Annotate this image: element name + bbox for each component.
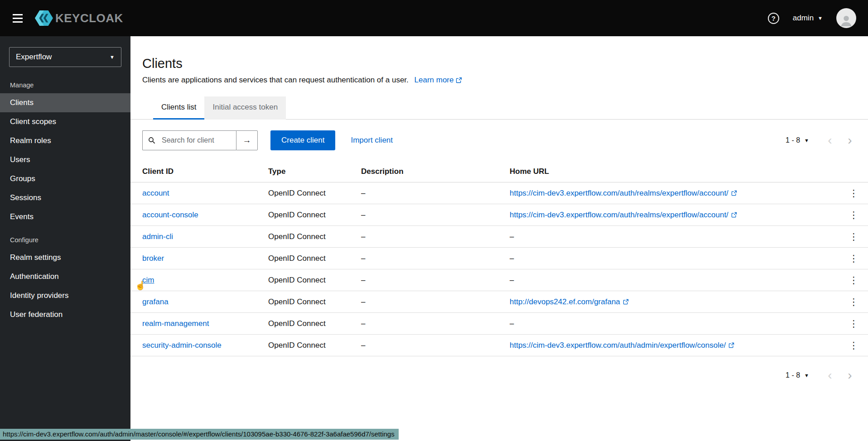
client-type: OpenID Connect (261, 269, 354, 291)
client-id-link[interactable]: admin-cli (142, 232, 173, 241)
sidebar-item-identity-providers[interactable]: Identity providers (0, 286, 130, 305)
nav-group-manage: Manage (0, 72, 130, 93)
create-client-button[interactable]: Create client (270, 130, 335, 150)
client-id-link[interactable]: security-admin-console (142, 341, 222, 350)
sidebar: Expertflow ▼ Manage Clients Client scope… (0, 36, 130, 441)
table-row: grafana OpenID Connect – http://devops24… (130, 291, 868, 313)
chevron-down-icon: ▼ (804, 138, 809, 143)
avatar[interactable] (836, 8, 856, 28)
client-type: OpenID Connect (261, 335, 354, 356)
client-home-url: – (502, 269, 839, 291)
client-home-url-link[interactable]: https://cim-dev3.expertflow.com/auth/adm… (510, 341, 734, 350)
clients-table: Client ID Type Description Home URL acco… (130, 161, 868, 356)
pagination-dropdown[interactable]: 1 - 8 ▼ (786, 136, 809, 144)
client-type: OpenID Connect (261, 226, 354, 248)
realm-selector[interactable]: Expertflow ▼ (9, 47, 121, 67)
pagination-dropdown[interactable]: 1 - 8 ▼ (786, 371, 809, 379)
sidebar-item-realm-settings[interactable]: Realm settings (0, 248, 130, 267)
column-header-description: Description (354, 161, 502, 182)
realm-name: Expertflow (16, 53, 52, 62)
kebab-menu-button[interactable]: ⋮ (846, 231, 862, 242)
kebab-menu-button[interactable]: ⋮ (846, 209, 862, 220)
client-home-url: – (502, 248, 839, 269)
column-header-client-id: Client ID (130, 161, 261, 182)
next-page-button[interactable]: › (840, 134, 860, 147)
sidebar-item-groups[interactable]: Groups (0, 169, 130, 188)
page-subtitle: Clients are applications and services th… (142, 76, 856, 85)
status-url-tooltip: https://cim-dev3.expertflow.com/auth/adm… (0, 429, 399, 440)
client-type: OpenID Connect (261, 313, 354, 335)
kebab-menu-button[interactable]: ⋮ (846, 253, 862, 264)
client-home-url: – (502, 226, 839, 248)
prev-page-button[interactable]: ‹ (820, 134, 840, 147)
client-type: OpenID Connect (261, 291, 354, 313)
table-row: security-admin-console OpenID Connect – … (130, 335, 868, 356)
hamburger-menu-button[interactable] (9, 10, 26, 26)
user-icon (839, 14, 854, 28)
prev-page-button[interactable]: ‹ (820, 369, 840, 382)
tab-initial-access-token[interactable]: Initial access token (204, 96, 286, 120)
help-icon[interactable]: ? (768, 13, 779, 24)
sidebar-item-authentication[interactable]: Authentication (0, 267, 130, 286)
sidebar-item-clients[interactable]: Clients (0, 93, 130, 112)
tab-bar: Clients list Initial access token (130, 96, 868, 120)
table-row: account OpenID Connect – https://cim-dev… (130, 182, 868, 204)
kebab-menu-button[interactable]: ⋮ (846, 340, 862, 351)
search-input[interactable] (142, 130, 236, 150)
search-submit-button[interactable]: → (236, 130, 258, 150)
table-row: admin-cli OpenID Connect – – ⋮ (130, 226, 868, 248)
client-id-link[interactable]: account-console (142, 211, 198, 219)
client-description: – (354, 204, 502, 226)
client-home-url-link[interactable]: https://cim-dev3.expertflow.com/auth/rea… (510, 211, 737, 220)
kebab-menu-button[interactable]: ⋮ (846, 187, 862, 199)
client-description: – (354, 291, 502, 313)
client-description: – (354, 248, 502, 269)
external-link-icon (731, 190, 737, 196)
keycloak-logo[interactable]: KEYCLOAK (34, 10, 123, 27)
client-description: – (354, 335, 502, 356)
client-description: – (354, 313, 502, 335)
sidebar-item-user-federation[interactable]: User federation (0, 305, 130, 324)
keycloak-logo-icon (34, 10, 53, 27)
topbar: KEYCLOAK ? admin ▼ (0, 0, 868, 36)
page-title: Clients (142, 56, 856, 71)
main-content: Clients Clients are applications and ser… (130, 36, 868, 441)
client-type: OpenID Connect (261, 204, 354, 226)
sidebar-item-sessions[interactable]: Sessions (0, 188, 130, 207)
kebab-menu-button[interactable]: ⋮ (846, 274, 862, 286)
pagination-bottom: 1 - 8 ▼ ‹ › (130, 356, 868, 394)
external-link-icon (623, 299, 629, 305)
client-id-link[interactable]: realm-management (142, 319, 209, 328)
chevron-down-icon: ▼ (804, 373, 809, 378)
client-id-link[interactable]: account (142, 189, 169, 197)
client-home-url-link[interactable]: https://cim-dev3.expertflow.com/auth/rea… (510, 189, 737, 198)
username-label: admin (793, 14, 814, 23)
client-id-link[interactable]: broker (142, 254, 164, 263)
import-client-link[interactable]: Import client (351, 136, 393, 145)
mouse-cursor-icon: ☝ (135, 280, 146, 291)
sidebar-item-users[interactable]: Users (0, 150, 130, 169)
client-id-link[interactable]: grafana (142, 297, 169, 306)
nav-group-configure: Configure (0, 226, 130, 248)
client-type: OpenID Connect (261, 182, 354, 204)
kebab-menu-button[interactable]: ⋮ (846, 296, 862, 307)
table-header-row: Client ID Type Description Home URL (130, 161, 868, 182)
sidebar-item-events[interactable]: Events (0, 207, 130, 226)
client-home-url-link[interactable]: http://devops242.ef.com/grafana (510, 297, 629, 307)
sidebar-item-realm-roles[interactable]: Realm roles (0, 131, 130, 150)
sidebar-item-client-scopes[interactable]: Client scopes (0, 112, 130, 131)
learn-more-link[interactable]: Learn more (415, 76, 463, 85)
table-row: account-console OpenID Connect – https:/… (130, 204, 868, 226)
external-link-icon (728, 342, 734, 348)
client-type: OpenID Connect (261, 248, 354, 269)
column-header-type: Type (261, 161, 354, 182)
client-description: – (354, 269, 502, 291)
tab-clients-list[interactable]: Clients list (153, 96, 204, 120)
next-page-button[interactable]: › (840, 369, 860, 382)
client-description: – (354, 182, 502, 204)
kebab-menu-button[interactable]: ⋮ (846, 318, 862, 329)
user-menu[interactable]: admin ▼ (793, 14, 823, 23)
brand-text: KEYCLOAK (55, 11, 123, 25)
client-description: – (354, 226, 502, 248)
external-link-icon (456, 77, 462, 83)
